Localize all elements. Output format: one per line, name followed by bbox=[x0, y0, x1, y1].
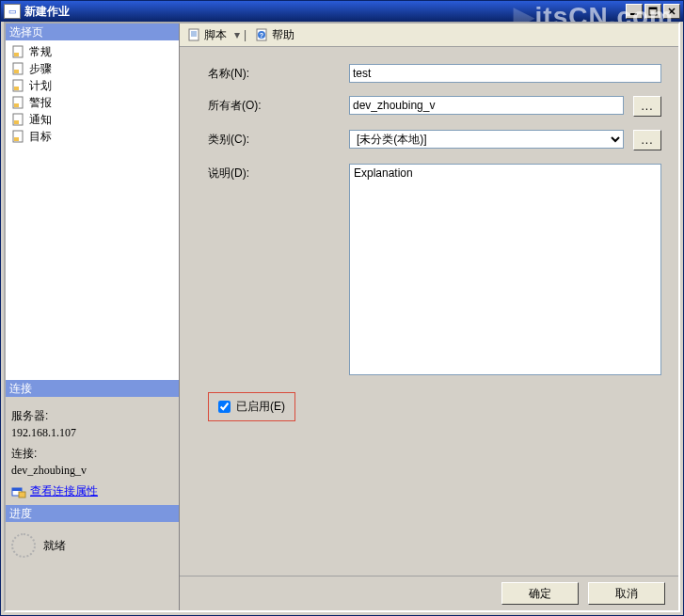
page-icon bbox=[10, 78, 25, 93]
enabled-checkbox[interactable] bbox=[218, 401, 231, 413]
select-page-header: 选择页 bbox=[6, 24, 179, 40]
svg-rect-8 bbox=[14, 70, 19, 73]
svg-text:?: ? bbox=[260, 32, 263, 39]
page-list: 常规 步骤 计划 警报 bbox=[6, 40, 179, 380]
script-label: 脚本 bbox=[204, 27, 227, 43]
page-icon bbox=[10, 44, 25, 59]
conn-value: dev_zhoubing_v bbox=[11, 464, 173, 478]
progress-header: 进度 bbox=[6, 505, 179, 522]
svg-rect-20 bbox=[189, 29, 199, 40]
window-title: 新建作业 bbox=[24, 1, 624, 22]
dialog-button-bar: 确定 取消 bbox=[180, 576, 678, 610]
page-label: 警报 bbox=[29, 95, 52, 111]
script-button[interactable]: 脚本 bbox=[183, 25, 231, 45]
category-browse-button[interactable]: ... bbox=[633, 130, 661, 150]
page-alerts[interactable]: 警报 bbox=[7, 94, 178, 111]
page-icon bbox=[10, 112, 25, 127]
dialog-body: 选择页 常规 步骤 计划 警 bbox=[4, 22, 680, 612]
server-label: 服务器: bbox=[11, 408, 173, 424]
category-select[interactable]: [未分类(本地)] bbox=[349, 130, 624, 149]
form-area: 名称(N): 所有者(O): ... 类别(C): bbox=[180, 47, 678, 576]
page-icon bbox=[10, 61, 25, 76]
page-icon bbox=[10, 129, 25, 144]
toolbar-dropdown-icon[interactable]: ▾ bbox=[234, 28, 239, 41]
progress-panel: 就绪 bbox=[6, 522, 179, 610]
owner-input[interactable] bbox=[349, 96, 624, 115]
page-targets[interactable]: 目标 bbox=[7, 128, 178, 145]
toolbar-separator: | bbox=[243, 28, 247, 41]
help-icon: ? bbox=[255, 27, 270, 42]
close-button[interactable] bbox=[663, 4, 680, 19]
svg-rect-14 bbox=[14, 120, 19, 124]
help-label: 帮助 bbox=[272, 27, 294, 43]
page-label: 通知 bbox=[29, 112, 52, 128]
enabled-checkbox-container[interactable]: 已启用(E) bbox=[208, 392, 295, 421]
page-label: 常规 bbox=[29, 44, 52, 60]
enabled-label: 已启用(E) bbox=[236, 399, 285, 415]
name-input[interactable] bbox=[349, 64, 661, 83]
name-label: 名称(N): bbox=[208, 64, 349, 82]
svg-rect-18 bbox=[12, 488, 22, 491]
page-general[interactable]: 常规 bbox=[7, 43, 178, 60]
page-label: 步骤 bbox=[29, 61, 52, 77]
description-label: 说明(D): bbox=[208, 164, 349, 182]
ok-button[interactable]: 确定 bbox=[501, 582, 579, 605]
svg-rect-6 bbox=[14, 53, 19, 56]
page-steps[interactable]: 步骤 bbox=[7, 60, 178, 77]
svg-rect-10 bbox=[14, 87, 19, 90]
page-icon bbox=[10, 95, 25, 110]
cancel-button[interactable]: 取消 bbox=[588, 582, 665, 605]
category-label: 类别(C): bbox=[208, 130, 349, 148]
connection-panel: 服务器: 192.168.1.107 连接: dev_zhoubing_v 查看… bbox=[6, 397, 179, 505]
help-button[interactable]: ? 帮助 bbox=[251, 25, 298, 45]
conn-label: 连接: bbox=[11, 446, 173, 462]
page-notify[interactable]: 通知 bbox=[7, 111, 178, 128]
toolbar: 脚本 ▾ | ? 帮助 bbox=[180, 24, 678, 47]
svg-rect-19 bbox=[19, 492, 25, 498]
properties-icon bbox=[11, 484, 26, 499]
server-value: 192.168.1.107 bbox=[11, 426, 173, 440]
page-label: 计划 bbox=[29, 78, 52, 94]
spinner-icon bbox=[11, 533, 36, 558]
left-panel: 选择页 常规 步骤 计划 警 bbox=[6, 24, 180, 610]
right-panel: 脚本 ▾ | ? 帮助 名称(N): 所有者(O): bbox=[180, 24, 678, 610]
script-icon bbox=[187, 27, 202, 42]
view-connection-properties-link[interactable]: 查看连接属性 bbox=[30, 483, 98, 499]
description-textarea[interactable]: Explanation bbox=[349, 164, 661, 375]
maximize-button[interactable] bbox=[644, 4, 661, 19]
connection-header: 连接 bbox=[6, 380, 179, 397]
app-icon: ▭ bbox=[4, 4, 21, 19]
svg-rect-16 bbox=[14, 137, 19, 141]
progress-status: 就绪 bbox=[43, 538, 66, 554]
owner-label: 所有者(O): bbox=[208, 96, 349, 114]
page-label: 目标 bbox=[29, 129, 52, 145]
minimize-button[interactable] bbox=[626, 4, 643, 19]
page-schedule[interactable]: 计划 bbox=[7, 77, 178, 94]
dialog-window: ▶itsCN.com ▭ 新建作业 选择页 常规 步骤 bbox=[0, 0, 684, 616]
svg-rect-12 bbox=[14, 103, 19, 107]
title-bar: ▭ 新建作业 bbox=[1, 1, 683, 22]
owner-browse-button[interactable]: ... bbox=[633, 96, 661, 117]
